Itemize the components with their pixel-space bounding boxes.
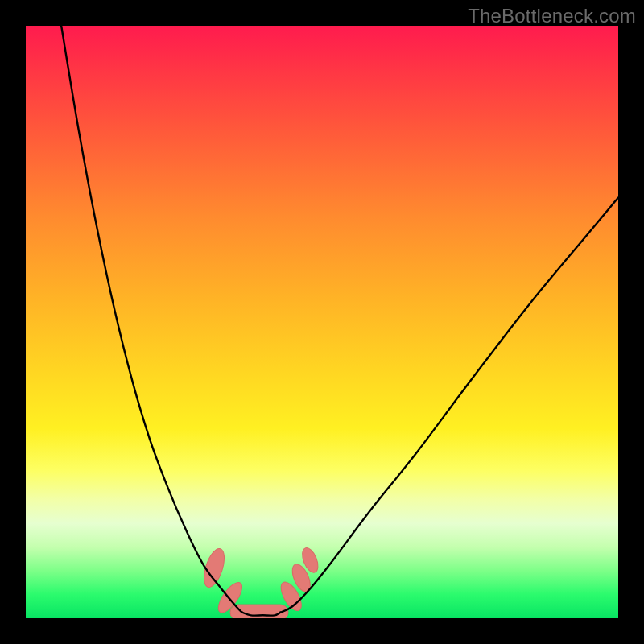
plot-area (26, 26, 618, 618)
curve-left (61, 26, 242, 613)
chart-svg (26, 26, 618, 618)
watermark-text: TheBottleneck.com (468, 5, 636, 27)
curve-right (280, 197, 618, 612)
chart-frame: TheBottleneck.com (0, 0, 644, 644)
markers-group (200, 546, 321, 618)
